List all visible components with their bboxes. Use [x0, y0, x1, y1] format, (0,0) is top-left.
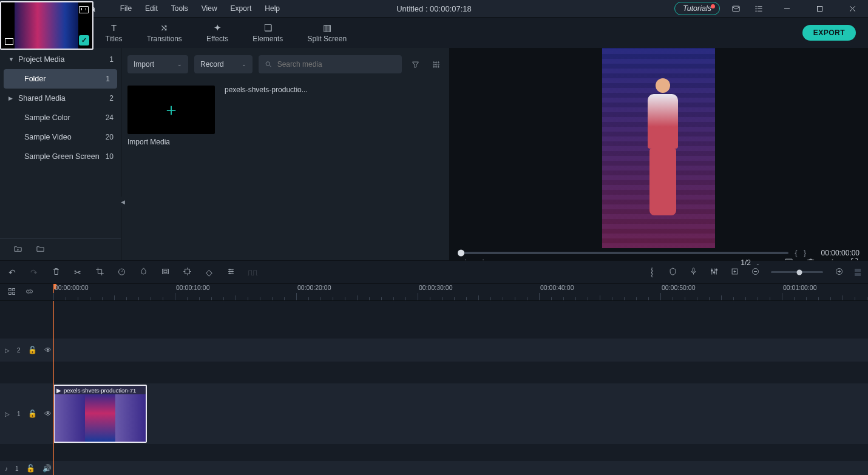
- redo-button: ↷: [29, 268, 39, 277]
- track-video-1[interactable]: ▷1🔓👁 ▶pexels-shvets-production-71: [0, 383, 868, 444]
- tab-elements[interactable]: ❏Elements: [240, 18, 295, 48]
- svg-rect-0: [732, 6, 739, 12]
- mark-in-button[interactable]: {: [795, 248, 797, 257]
- keyframe-button[interactable]: ◇: [204, 268, 214, 277]
- menu-export[interactable]: Export: [224, 4, 259, 13]
- menu-file[interactable]: File: [114, 4, 138, 13]
- crop-button[interactable]: [95, 267, 104, 278]
- import-dropdown[interactable]: Import⌄: [127, 55, 188, 73]
- zoom-out-button[interactable]: [750, 267, 760, 278]
- chevron-down-icon: ▼: [8, 56, 18, 62]
- render-button[interactable]: [647, 268, 657, 277]
- chevron-down-icon: ⌄: [242, 61, 246, 67]
- plus-icon: ＋: [163, 98, 180, 121]
- audio-mixer-button[interactable]: [709, 267, 719, 278]
- sidebar-item-folder[interactable]: Folder1: [4, 69, 117, 89]
- marker-button[interactable]: [668, 267, 677, 278]
- svg-rect-58: [9, 288, 12, 291]
- split-button[interactable]: ✂: [73, 268, 83, 277]
- speed-button[interactable]: [117, 267, 126, 278]
- ruler-label: 00:00:00:00: [55, 284, 88, 291]
- open-folder-icon[interactable]: [36, 244, 45, 255]
- menu-help[interactable]: Help: [258, 4, 287, 13]
- eye-icon[interactable]: 👁: [44, 409, 52, 418]
- svg-point-19: [435, 64, 436, 65]
- search-input[interactable]: [277, 60, 396, 69]
- preview-scrubber[interactable]: [458, 252, 788, 254]
- record-dropdown[interactable]: Record⌄: [194, 55, 253, 73]
- tab-transitions[interactable]: ⤭Transitions: [135, 18, 194, 48]
- svg-rect-32: [185, 269, 189, 274]
- svg-rect-61: [13, 292, 15, 294]
- mark-out-button[interactable]: }: [804, 248, 806, 257]
- sidebar-item-sample-green-screen[interactable]: Sample Green Screen10: [0, 147, 121, 166]
- sidebar-collapse-button[interactable]: ◀: [120, 197, 125, 207]
- search-media[interactable]: [259, 55, 402, 73]
- workspace-tabs: 🗀Media ♫Audio TTitles ⤭Transitions ✦Effe…: [0, 18, 868, 48]
- chevron-down-icon: ⌄: [756, 261, 760, 266]
- lock-icon[interactable]: 🔓: [28, 409, 37, 418]
- track-manager-icon[interactable]: [7, 287, 16, 298]
- add-marker-button[interactable]: [730, 267, 739, 278]
- grid-view-icon[interactable]: [429, 57, 443, 72]
- tab-titles[interactable]: TTitles: [93, 18, 134, 48]
- voiceover-button[interactable]: [688, 267, 698, 278]
- adjust-button[interactable]: [226, 267, 236, 278]
- link-icon[interactable]: [25, 287, 34, 298]
- sidebar-item-sample-video[interactable]: Sample Video20: [0, 127, 121, 147]
- green-screen-button[interactable]: [160, 267, 170, 278]
- export-button[interactable]: EXPORT: [802, 25, 856, 41]
- search-icon: [265, 60, 273, 69]
- ruler-label: 00:00:30:00: [419, 284, 452, 291]
- lock-icon[interactable]: 🔓: [28, 346, 37, 354]
- sidebar-footer: [0, 238, 121, 260]
- chevron-right-icon: ▶: [8, 95, 18, 101]
- lock-icon[interactable]: 🔓: [26, 464, 35, 473]
- preview-viewport[interactable]: [449, 48, 868, 248]
- zoom-in-button[interactable]: [834, 267, 844, 278]
- timeline: ↶ ↷ ✂ ◇ ⎍⎍ 00:00:00:0000:00:1: [0, 260, 868, 475]
- tutorials-button[interactable]: Tutorials: [674, 2, 720, 15]
- media-sidebar: ▼Project Media1 Folder1 ▶Shared Media2 S…: [0, 48, 121, 260]
- mail-icon[interactable]: [728, 4, 743, 13]
- menu-view[interactable]: View: [195, 4, 224, 13]
- track-video-2[interactable]: ▷2🔓👁: [0, 339, 868, 362]
- window-close-button[interactable]: [840, 0, 864, 18]
- tab-effects[interactable]: ✦Effects: [194, 18, 240, 48]
- track-audio-1[interactable]: ♪1🔓🔊: [0, 461, 868, 475]
- preview-scale-dropdown[interactable]: 1/2⌄: [737, 257, 772, 268]
- timeline-ruler[interactable]: 00:00:00:0000:00:10:0000:00:20:0000:00:3…: [53, 284, 868, 300]
- new-folder-icon[interactable]: [13, 244, 22, 255]
- list-icon[interactable]: [751, 4, 766, 13]
- speaker-icon[interactable]: 🔊: [42, 464, 52, 473]
- svg-point-42: [229, 272, 230, 274]
- track-type-icon: ▷: [5, 347, 10, 354]
- delete-button[interactable]: [51, 267, 61, 278]
- svg-rect-30: [162, 269, 168, 274]
- svg-point-17: [438, 61, 439, 62]
- undo-button[interactable]: ↶: [7, 268, 17, 277]
- zoom-slider[interactable]: [771, 271, 823, 273]
- svg-rect-59: [13, 288, 15, 291]
- window-minimize-button[interactable]: [775, 0, 799, 18]
- color-button[interactable]: [138, 267, 148, 278]
- svg-point-40: [229, 269, 230, 270]
- svg-point-5: [755, 8, 756, 8]
- media-tile-clip[interactable]: ✓ pexels-shvets-productio...: [225, 86, 312, 94]
- track-type-icon: ♪: [5, 465, 8, 472]
- filter-icon[interactable]: [408, 57, 422, 72]
- sidebar-item-project-media[interactable]: ▼Project Media1: [0, 50, 121, 69]
- track-height-toggle[interactable]: [855, 269, 861, 276]
- tab-split-screen[interactable]: ▥Split Screen: [295, 18, 359, 48]
- motion-tracking-button[interactable]: [182, 267, 192, 278]
- sidebar-item-shared-media[interactable]: ▶Shared Media2: [0, 89, 121, 108]
- playhead-line[interactable]: [53, 301, 54, 475]
- media-tile-import[interactable]: ＋ Import Media: [127, 86, 215, 146]
- menu-edit[interactable]: Edit: [138, 4, 164, 13]
- window-maximize-button[interactable]: [807, 0, 832, 18]
- menu-tools[interactable]: Tools: [164, 4, 195, 13]
- timeline-clip[interactable]: ▶pexels-shvets-production-71: [53, 385, 147, 443]
- notification-dot-icon: [711, 4, 715, 8]
- eye-icon[interactable]: 👁: [44, 346, 52, 354]
- sidebar-item-sample-color[interactable]: Sample Color24: [0, 108, 121, 127]
